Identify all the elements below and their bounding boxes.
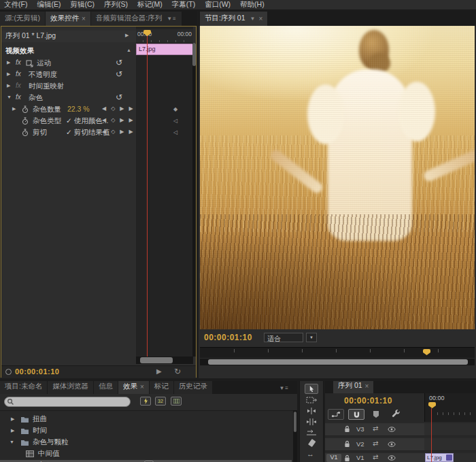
keyframe-start-icon[interactable]: ◁ — [173, 118, 177, 124]
tool-track-select[interactable] — [306, 396, 317, 404]
expander-icon[interactable]: ▶ — [7, 83, 10, 88]
tool-slip[interactable]: ↔ — [307, 450, 314, 458]
menu-sequence[interactable]: 序列(S) — [104, 0, 128, 10]
fit-dropdown-arrow[interactable]: ▼ — [306, 333, 317, 342]
yuv-effects-badge[interactable] — [171, 397, 182, 406]
search-input[interactable] — [4, 397, 131, 407]
next-keyframe-button[interactable]: ▶ — [129, 117, 133, 123]
menu-help[interactable]: 帮助(H) — [240, 0, 265, 10]
expander-icon[interactable]: ▼ — [10, 440, 14, 444]
ec-playhead-line[interactable] — [147, 32, 148, 357]
close-icon[interactable]: × — [365, 382, 369, 390]
expander-icon[interactable]: ▼ — [7, 95, 12, 99]
prev-keyframe-button[interactable]: ◀ — [102, 105, 106, 112]
timeline-playhead-line[interactable] — [431, 408, 432, 462]
sync-lock-icon[interactable]: ⇄ — [373, 425, 378, 432]
program-video-frame[interactable] — [200, 26, 475, 329]
expander-icon[interactable]: ▶ — [11, 416, 14, 422]
tab-sequence-01[interactable]: 序列 01 × — [333, 381, 373, 393]
stopwatch-icon[interactable] — [22, 105, 29, 114]
next-keyframe-button[interactable]: ▶ — [129, 129, 133, 135]
stopwatch-icon[interactable] — [22, 129, 29, 137]
timeline-settings-button[interactable] — [392, 410, 401, 418]
tab-markers[interactable]: 标记 — [150, 381, 173, 394]
tab-media-browser[interactable]: 媒体浏览器 — [48, 381, 93, 394]
program-playhead-marker[interactable] — [423, 349, 430, 355]
prev-keyframe-button[interactable]: ◀ — [102, 129, 106, 135]
source-patch-v1[interactable]: V1 — [326, 454, 341, 462]
add-keyframe-button[interactable]: ◇ — [111, 129, 115, 135]
tab-project[interactable]: 项目:未命名 — [0, 381, 47, 394]
expander-icon[interactable]: ▶ — [11, 428, 14, 433]
reset-button[interactable]: ↺ — [116, 69, 122, 79]
tab-dropdown-icon[interactable]: ▼ — [250, 16, 256, 22]
tool-ripple-edit[interactable] — [306, 407, 317, 415]
tool-rolling-edit[interactable] — [306, 418, 317, 426]
accelerated-effects-badge[interactable] — [140, 397, 151, 406]
tool-razor[interactable] — [307, 439, 316, 448]
fx-badge[interactable]: fx — [16, 70, 21, 78]
next-keyframe-button[interactable]: ▶ — [120, 117, 124, 123]
stopwatch-icon[interactable] — [22, 117, 29, 125]
close-icon[interactable]: × — [258, 15, 262, 22]
timeline-timecode[interactable]: 00:00:01:10 — [344, 396, 392, 406]
tool-selection[interactable] — [305, 384, 318, 394]
chevron-right-icon[interactable]: ▶ — [125, 33, 129, 38]
menu-clip[interactable]: 剪辑(C) — [70, 0, 95, 10]
lock-icon[interactable] — [344, 440, 350, 448]
effect-row-time-remap[interactable]: ▶ fx 时间重映射 — [1, 81, 136, 93]
next-keyframe-button[interactable]: ▶ — [120, 105, 124, 112]
timeline-ruler[interactable]: 00:00 — [424, 393, 476, 422]
clip-l7jpg[interactable]: L7.jpg — [425, 453, 454, 462]
expander-icon[interactable]: ▶ — [12, 106, 16, 112]
effect-row-motion[interactable]: ▶ fx 运动 ↺ — [1, 58, 136, 69]
next-keyframe-button[interactable]: ▶ — [129, 105, 133, 112]
param-row-clip[interactable]: 剪切 ✓ 剪切结果值 ◀ ◇ ▶ ▶ — [1, 127, 136, 139]
tree-folder-noise-grain[interactable]: ▼ 杂色与颗粒 — [0, 437, 292, 448]
menu-title[interactable]: 字幕(T) — [172, 0, 195, 10]
timeline-playhead-marker[interactable] — [428, 402, 436, 408]
track-area-v3[interactable] — [424, 423, 476, 436]
param-row-noise-amount[interactable]: ▶ 杂色数量 22.3 % ◀ ◇ ▶ ▶ — [1, 104, 136, 116]
track-name[interactable]: V1 — [356, 454, 364, 461]
marker-button[interactable] — [373, 410, 379, 418]
tree-folder-distort[interactable]: ▶ 扭曲 — [0, 414, 292, 425]
close-icon[interactable]: × — [82, 15, 86, 22]
program-timecode[interactable]: 00:00:01:10 — [204, 333, 252, 342]
tree-folder-time[interactable]: ▶ 时间 — [0, 425, 292, 437]
sync-lock-icon[interactable]: ⇄ — [373, 440, 378, 447]
effect-row-opacity[interactable]: ▶ fx 不透明度 ↺ — [1, 69, 136, 81]
menu-marker[interactable]: 标记(M) — [137, 0, 163, 10]
prev-keyframe-button[interactable]: ◀ — [102, 117, 106, 123]
next-keyframe-button[interactable]: ▶ — [120, 129, 124, 135]
tree-effect-median[interactable]: 中间值 — [0, 448, 292, 460]
effect-row-noise[interactable]: ▼ fx 杂色 ↺ — [1, 93, 136, 104]
param-value[interactable]: 22.3 % — [67, 105, 90, 113]
snap-button[interactable] — [348, 409, 364, 420]
badge-32bit[interactable]: 32 — [155, 397, 166, 406]
param-row-noise-type[interactable]: 杂色类型 ✓ 使用颜色... ◀ ◇ ▶ ▶ — [1, 116, 136, 127]
program-ruler[interactable] — [200, 347, 475, 358]
effects-vscrollbar[interactable] — [293, 410, 297, 462]
track-area-v2[interactable] — [424, 438, 476, 451]
keyframe-diamond-icon[interactable]: ◆ — [173, 106, 177, 112]
ec-mini-timeline[interactable]: 00:00 00:00 L7.jpg ◆ ◁ ◁ — [136, 27, 193, 357]
eye-icon[interactable] — [388, 427, 396, 432]
tab-source-monitor[interactable]: 源:(无剪辑) — [0, 12, 45, 26]
add-keyframe-button[interactable]: ◇ — [111, 117, 115, 123]
fx-badge[interactable]: fx — [16, 59, 21, 66]
lock-icon[interactable] — [344, 425, 350, 433]
menu-file[interactable]: 文件(F) — [4, 0, 27, 10]
collapse-icon[interactable]: ▲ — [126, 48, 131, 52]
menu-window[interactable]: 窗口(W) — [205, 0, 231, 10]
tab-effects[interactable]: 效果× — [118, 381, 149, 394]
tab-info[interactable]: 信息 — [94, 381, 118, 394]
ec-clip-bar[interactable]: L7.jpg — [136, 44, 193, 55]
fit-dropdown[interactable]: 适合 — [264, 333, 303, 342]
ec-timecode[interactable]: 00:00:01:10 — [15, 367, 59, 376]
expander-icon[interactable]: ▶ — [7, 60, 10, 65]
keyframe-start-icon[interactable]: ◁ — [173, 129, 177, 135]
ec-hscrollbar[interactable] — [136, 357, 193, 364]
close-icon[interactable]: × — [140, 383, 144, 391]
program-hscrollbar[interactable] — [200, 359, 475, 365]
